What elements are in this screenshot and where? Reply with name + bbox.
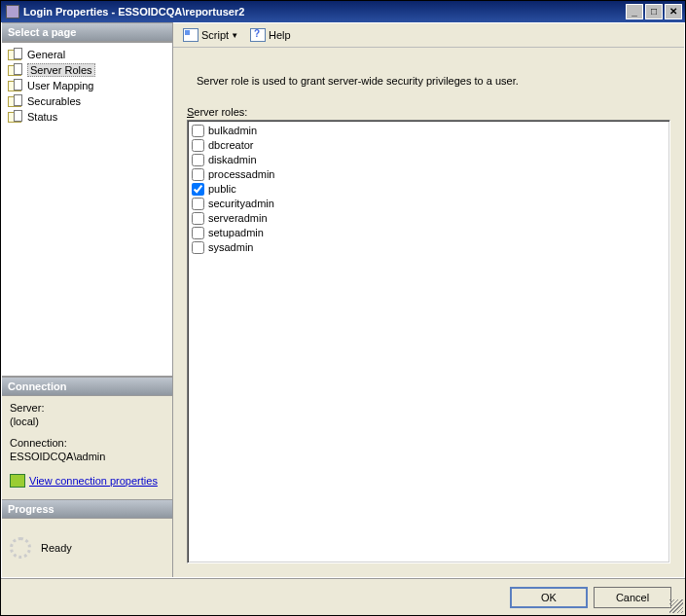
role-label: securityadmin [208,198,274,209]
nav-item-icon [8,48,23,61]
script-button[interactable]: Script ▼ [179,26,242,44]
connection-value: ESSOIDCQA\admin [10,451,164,462]
titlebar: Login Properties - ESSOIDCQA\reportuser2… [1,1,685,22]
dialog-window: Login Properties - ESSOIDCQA\reportuser2… [0,0,686,616]
nav-item-user-mapping[interactable]: User Mapping [4,78,170,93]
nav-item-securables[interactable]: Securables [4,93,170,109]
role-checkbox-processadmin[interactable] [192,168,204,181]
nav-item-label: User Mapping [27,80,93,91]
help-icon [250,28,266,42]
server-roles-label: Server roles: [187,106,670,118]
nav-item-label: Status [27,111,57,123]
connection-label: Connection: [10,437,164,449]
select-page-header: Select a page [2,22,172,42]
nav-item-label: Securables [27,95,81,107]
sidebar: Select a page GeneralServer RolesUser Ma… [2,22,172,577]
role-label: sysadmin [208,241,253,253]
script-icon [183,28,199,42]
role-label: diskadmin [208,154,257,165]
role-label: dbcreator [208,139,253,151]
role-item-dbcreator[interactable]: dbcreator [192,138,666,153]
help-button[interactable]: Help [246,26,295,44]
connection-properties-icon [10,474,25,488]
role-label: bulkadmin [208,125,257,136]
server-roles-listbox[interactable]: bulkadmindbcreatordiskadminprocessadminp… [187,120,670,563]
maximize-button[interactable]: □ [645,4,663,19]
script-label: Script [201,29,229,41]
role-item-diskadmin[interactable]: diskadmin [192,153,666,167]
page-nav: GeneralServer RolesUser MappingSecurable… [2,42,172,377]
progress-spinner-icon [10,537,31,559]
role-item-serveradmin[interactable]: serveradmin [192,211,666,226]
dialog-footer: OK Cancel [1,578,685,615]
role-item-sysadmin[interactable]: sysadmin [192,240,666,255]
help-label: Help [269,29,291,41]
app-icon [6,5,19,18]
cancel-button[interactable]: Cancel [594,587,671,608]
role-checkbox-bulkadmin[interactable] [192,125,204,137]
role-label: public [208,183,236,195]
nav-item-icon [8,63,23,77]
progress-status: Ready [41,542,72,554]
server-value: (local) [10,416,164,427]
role-checkbox-sysadmin[interactable] [192,241,204,254]
role-checkbox-securityadmin[interactable] [192,198,204,210]
main-panel: Script ▼ Help Server role is used to gra… [172,22,684,577]
role-item-public[interactable]: public [192,182,666,197]
role-checkbox-setupadmin[interactable] [192,227,204,239]
role-checkbox-dbcreator[interactable] [192,139,204,152]
role-item-bulkadmin[interactable]: bulkadmin [192,124,666,138]
connection-header: Connection [2,377,172,396]
nav-item-server-roles[interactable]: Server Roles [4,62,170,78]
nav-item-icon [8,94,23,108]
toolbar: Script ▼ Help [173,22,684,48]
role-label: serveradmin [208,212,268,224]
ok-button[interactable]: OK [510,587,588,608]
minimize-button[interactable]: _ [626,4,643,19]
server-label: Server: [10,402,164,414]
progress-header: Progress [2,499,172,519]
role-item-setupadmin[interactable]: setupadmin [192,226,666,240]
role-checkbox-diskadmin[interactable] [192,154,204,166]
role-checkbox-public[interactable] [192,183,204,196]
role-label: processadmin [208,168,274,180]
nav-item-general[interactable]: General [4,47,170,62]
content-area: Server role is used to grant server-wide… [173,48,684,577]
description-text: Server role is used to grant server-wide… [197,75,661,87]
connection-section: Server: (local) Connection: ESSOIDCQA\ad… [2,396,172,468]
role-label: setupadmin [208,227,264,238]
progress-section: Ready [2,519,172,577]
window-title: Login Properties - ESSOIDCQA\reportuser2 [23,6,244,18]
nav-item-label: Server Roles [27,63,95,77]
nav-item-status[interactable]: Status [4,109,170,125]
role-checkbox-serveradmin[interactable] [192,212,204,225]
view-connection-link[interactable]: View connection properties [29,475,158,487]
role-item-securityadmin[interactable]: securityadmin [192,197,666,211]
role-item-processadmin[interactable]: processadmin [192,167,666,182]
nav-item-label: General [27,49,65,60]
nav-item-icon [8,79,23,92]
dropdown-arrow-icon: ▼ [231,31,238,40]
dialog-body: Select a page GeneralServer RolesUser Ma… [1,22,685,578]
view-connection-row: View connection properties [2,468,172,493]
nav-item-icon [8,110,23,124]
close-button[interactable]: ✕ [665,4,682,19]
